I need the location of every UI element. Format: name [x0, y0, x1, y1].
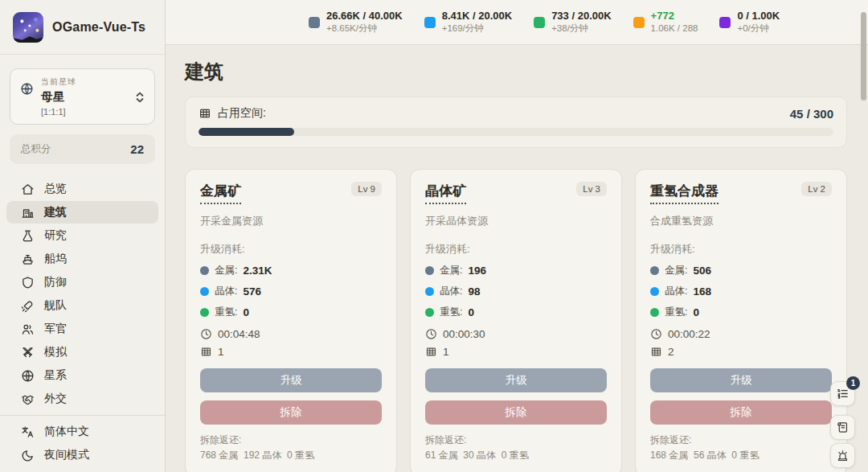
chevron-up-down-icon[interactable] [135, 92, 145, 103]
upgrade-button[interactable]: 升级 [200, 368, 382, 392]
resource-energy: +772 1.06K / 288 [633, 10, 698, 35]
demolish-button[interactable]: 拆除 [425, 400, 607, 425]
occupied-space-value: 45 / 300 [790, 107, 833, 121]
upgrade-cost-label: 升级消耗: [425, 242, 607, 257]
sidebar-item-overview[interactable]: 总览 [6, 178, 158, 200]
demolish-button[interactable]: 拆除 [200, 400, 382, 425]
sidebar-item-diplomacy[interactable]: 外交 [6, 388, 158, 410]
globe-icon [20, 82, 34, 96]
cost-deuterium-label: 重氢: [440, 306, 462, 319]
dark-matter-icon [719, 17, 731, 28]
sidebar-item-label: 总览 [44, 182, 67, 196]
crystal-amount: 8.41K / 20.00K [442, 10, 512, 23]
crystal-icon [650, 287, 659, 296]
demolish-button[interactable]: 拆除 [650, 400, 832, 425]
siren-icon [836, 449, 850, 462]
deuterium-amount: 733 / 20.00K [551, 10, 611, 23]
sidebar-item-label: 船坞 [44, 252, 67, 266]
app-title: OGame-Vue-Ts [52, 20, 145, 35]
alerts-button[interactable] [830, 443, 855, 468]
crystal-icon [425, 287, 434, 296]
grid-icon [199, 107, 211, 120]
main-content: 建筑 占用空间: 45 / 300 金属矿 Lv 9 开采金属资源 [166, 45, 868, 472]
cost-crystal-label: 晶体: [215, 285, 237, 298]
energy-balance: +772 [651, 10, 698, 23]
cost-metal-value: 506 [693, 265, 711, 277]
cost-metal-value: 2.31K [243, 265, 272, 277]
resource-topbar: 26.66K / 40.00K +8.65K/分钟 8.41K / 20.00K… [166, 0, 868, 45]
sidebar-item-shipyard[interactable]: 船坞 [6, 248, 158, 270]
app-logo [13, 12, 43, 43]
sidebar-item-label: 简体中文 [44, 425, 89, 439]
resource-dark-matter: 0 / 1.00K +0/分钟 [719, 10, 780, 35]
sidebar-item-label: 军官 [44, 322, 67, 336]
buildings-grid: 金属矿 Lv 9 开采金属资源 升级消耗: 金属:2.31K 晶体:576 重氢… [185, 169, 847, 472]
clock-icon [650, 328, 662, 340]
building-title[interactable]: 金属矿 [200, 182, 241, 204]
cost-crystal-label: 晶体: [440, 285, 462, 298]
cost-crystal-value: 168 [693, 285, 711, 298]
clock-icon [200, 328, 212, 340]
cost-metal-label: 金属: [665, 264, 687, 277]
building-title[interactable]: 晶体矿 [425, 182, 466, 204]
planet-selector[interactable]: 当前星球 母星 [1:1:1] [10, 68, 155, 125]
sidebar-item-label: 研究 [44, 228, 67, 243]
total-score-card: 总积分 22 [10, 134, 155, 164]
translate-icon [21, 425, 35, 439]
building-card-crystal-mine: 晶体矿 Lv 3 开采晶体资源 升级消耗: 金属:196 晶体:98 重氢:0 … [410, 169, 622, 472]
clock-icon [425, 328, 437, 340]
resource-deuterium: 733 / 20.00K +38/分钟 [534, 10, 611, 35]
sidebar-item-galaxy[interactable]: 星系 [6, 364, 158, 387]
total-score-value: 22 [130, 142, 144, 156]
sidebar-item-night-mode[interactable]: 夜间模式 [6, 444, 158, 466]
metal-rate: +8.65K/分钟 [326, 23, 403, 34]
cost-crystal-value: 98 [468, 285, 480, 298]
sidebar-item-research[interactable]: 研究 [6, 224, 158, 247]
upgrade-button[interactable]: 升级 [425, 368, 607, 392]
swords-icon [21, 346, 35, 359]
cost-metal-label: 金属: [215, 264, 237, 277]
energy-icon [633, 17, 645, 28]
sidebar-item-language[interactable]: 简体中文 [6, 421, 158, 443]
sidebar-item-collapse-menu[interactable]: 收起菜单 [6, 467, 158, 472]
sidebar-item-simulator[interactable]: 模拟 [6, 341, 158, 363]
upgrade-button[interactable]: 升级 [650, 368, 832, 392]
flask-icon [21, 229, 35, 243]
build-time: 00:00:22 [668, 328, 710, 340]
sidebar-item-label: 星系 [44, 368, 67, 383]
refund-label: 拆除返还: [425, 434, 466, 445]
scrollbar-thumb[interactable] [861, 12, 866, 101]
home-icon [21, 183, 35, 196]
sidebar-item-label: 建筑 [44, 205, 67, 220]
building-title[interactable]: 重氢合成器 [650, 182, 719, 204]
sidebar-item-label: 舰队 [44, 298, 67, 313]
occupied-space-label: 占用空间: [218, 106, 266, 121]
metal-icon [200, 266, 209, 275]
upgrade-cost-label: 升级消耗: [650, 242, 832, 257]
fields-required: 2 [668, 346, 674, 358]
fields-required: 1 [218, 346, 224, 358]
sidebar-item-label: 防御 [44, 275, 67, 289]
build-time: 00:00:30 [443, 328, 485, 340]
sidebar-item-fleet[interactable]: 舰队 [6, 294, 158, 317]
refund-values: 61 金属 30 晶体 0 重氢 [425, 449, 529, 461]
building-description: 开采晶体资源 [425, 214, 607, 228]
refund-label: 拆除返还: [650, 434, 691, 445]
deuterium-icon [425, 308, 434, 317]
current-planet-label: 当前星球 [41, 76, 76, 88]
event-log-button[interactable] [830, 415, 855, 440]
energy-detail: 1.06K / 288 [651, 23, 698, 34]
sidebar-item-buildings[interactable]: 建筑 [6, 201, 158, 224]
metal-icon [650, 266, 659, 275]
dark-matter-amount: 0 / 1.00K [737, 10, 780, 23]
cost-metal-label: 金属: [440, 264, 462, 277]
sidebar-item-officers[interactable]: 军官 [6, 318, 158, 340]
building-icon [21, 206, 35, 220]
sidebar-item-defense[interactable]: 防御 [6, 271, 158, 293]
build-queue-button[interactable]: 1 [830, 381, 855, 406]
level-badge: Lv 9 [351, 182, 382, 196]
metal-icon [425, 266, 434, 275]
deuterium-icon [650, 308, 659, 317]
refund-values: 168 金属 56 晶体 0 重氢 [650, 449, 759, 461]
cost-deuterium-value: 0 [243, 306, 249, 318]
